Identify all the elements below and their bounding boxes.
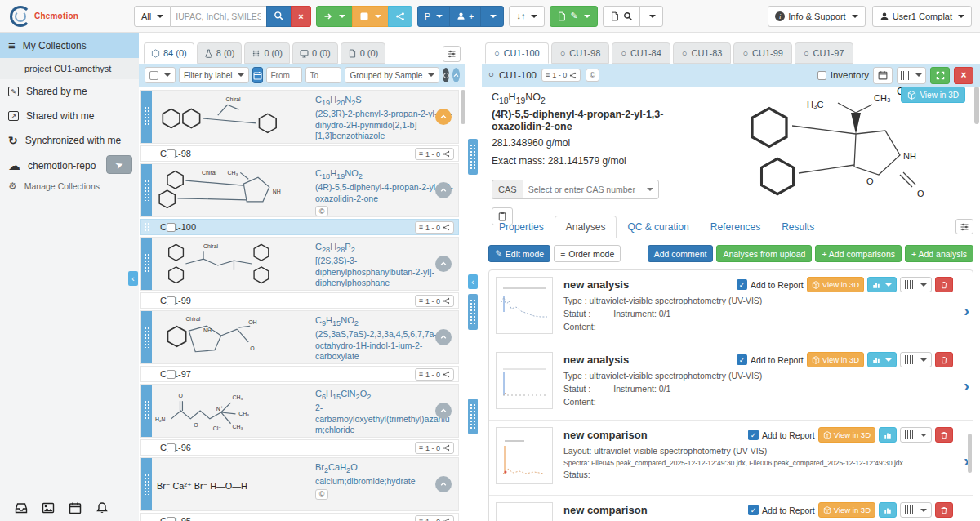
delete-analysis-button[interactable] <box>935 352 953 367</box>
view-in-3d-button[interactable]: View in 3D <box>901 87 965 103</box>
collapse-group-button[interactable] <box>435 329 452 345</box>
analyses-scrollbar[interactable] <box>968 434 972 473</box>
calendar-button[interactable] <box>69 501 82 514</box>
delete-analysis-button[interactable] <box>935 427 953 443</box>
sample-row[interactable]: CU1-96 ≡1 - 0 <box>140 439 459 456</box>
detail-tab[interactable]: ○CU1-97 <box>795 42 853 64</box>
add-comment-button[interactable]: Add comment <box>648 245 714 262</box>
clear-search-button[interactable]: × <box>291 6 310 27</box>
detail-tab[interactable]: ○CU1-100 <box>485 42 549 64</box>
share-button[interactable] <box>388 6 412 27</box>
collapse-group-button[interactable] <box>435 109 452 125</box>
collapse-group-button[interactable] <box>435 182 452 198</box>
tab-samples[interactable]: 84 (0) <box>144 42 194 64</box>
print-code-button[interactable] <box>900 277 932 292</box>
molecule-list-item[interactable]: H₂N O O N⁺ CH₃ CH₃ CH₃ Cl⁻ C6H15ClN2O2 2… <box>140 384 459 438</box>
collapse-group-button[interactable] <box>435 476 452 492</box>
tab-screens[interactable]: 0 (0) <box>292 42 338 64</box>
inbox-button[interactable] <box>15 501 28 514</box>
range-share-pill[interactable]: ≡1 - 0 <box>415 442 454 454</box>
collapse-group-button[interactable] <box>435 256 452 272</box>
row-checkbox[interactable] <box>167 443 176 452</box>
edit-mode-button[interactable]: ✎Edit mode <box>488 245 550 262</box>
molecule-list-item[interactable]: Chiral CH₃ NH C18H19NO2 (4R)-5,5-dipheny… <box>140 163 459 217</box>
remove-from-collection-button[interactable] <box>352 6 389 27</box>
close-detail-button[interactable]: × <box>954 67 973 84</box>
molecule-list-item[interactable]: Chiral C19H20N2S (2S,3R)-2-phenyl-3-prop… <box>140 90 459 144</box>
sample-row-selected[interactable]: CU1-100 ≡1 - 0 <box>140 219 459 235</box>
select-all-checkbox[interactable] <box>149 71 158 80</box>
drag-handle[interactable] <box>141 311 152 363</box>
sidebar-item-project[interactable]: project CU1-amethyst <box>0 58 139 79</box>
sidebar-item-synchronized[interactable]: ↻ Synchronized with me <box>0 128 139 153</box>
copyright-badge[interactable]: © <box>315 489 328 500</box>
calendar-button[interactable] <box>873 67 893 84</box>
sample-row[interactable]: CU1-99 ≡1 - 0 <box>140 292 459 309</box>
select-all-dropdown[interactable] <box>145 67 176 83</box>
detail-tab[interactable]: ○CU1-83 <box>673 42 732 64</box>
literature-search-dropdown[interactable] <box>639 6 663 27</box>
tab-qc-curation[interactable]: QC & curation <box>617 216 699 238</box>
fullscreen-button[interactable] <box>930 67 950 84</box>
notifications-button[interactable] <box>96 501 109 514</box>
drag-handle[interactable] <box>141 385 152 437</box>
search-scope-dropdown[interactable]: All <box>134 6 171 27</box>
sample-row[interactable]: CU1-98 ≡1 - 0 <box>140 145 459 162</box>
publish-dropdown-button[interactable]: P <box>417 6 450 27</box>
range-share-pill[interactable]: ≡1 - 0 <box>415 368 454 381</box>
add-to-report-checkbox[interactable]: ✓ <box>748 430 759 440</box>
import-export-button[interactable]: ↓↑ <box>509 6 545 27</box>
filter-by-label-select[interactable]: Filter by label <box>179 67 249 83</box>
tab-analyses[interactable]: Analyses <box>555 216 617 238</box>
sidebar-item-manage-collections[interactable]: ⚙ Manage Collections <box>0 178 139 198</box>
delete-analysis-button[interactable] <box>935 277 953 292</box>
expand-analysis-chevron[interactable]: › <box>964 376 969 395</box>
add-to-report-checkbox[interactable]: ✓ <box>748 505 759 515</box>
sidebar-collapse-button[interactable]: ‹ <box>128 271 138 286</box>
range-share-pill[interactable]: ≡1 - 0 <box>415 295 454 307</box>
range-share-pill[interactable]: ≡1 - 0 <box>415 515 454 521</box>
sidebar-item-shared-with-me[interactable]: ↗ Shared with me <box>0 104 139 128</box>
date-filter-button[interactable] <box>252 67 263 83</box>
sample-row[interactable]: CU1-97 ≡1 - 0 <box>140 366 459 382</box>
sidebar-item-my-collections[interactable]: ≡ My Collections <box>0 33 139 58</box>
more-actions-dropdown[interactable] <box>480 6 504 27</box>
tab-results[interactable]: Results <box>771 216 825 238</box>
add-comparisons-button[interactable]: + Add comparisons <box>815 245 902 262</box>
analyses-from-upload-button[interactable]: Analyses from upload <box>716 245 812 262</box>
delete-analysis-button[interactable] <box>935 502 953 518</box>
comparison-entry[interactable]: new comparison Layout: ultraviolet-visib… <box>489 421 973 496</box>
resize-handle[interactable] <box>468 139 478 175</box>
row-checkbox[interactable] <box>167 370 176 379</box>
detail-tab[interactable]: ○CU1-98 <box>551 42 610 64</box>
tab-properties[interactable]: Properties <box>488 216 555 238</box>
order-mode-button[interactable]: ≡Order mode <box>554 245 621 262</box>
sample-row[interactable]: CU1-95 ≡1 - 0 <box>140 513 459 521</box>
view-in-3d-button[interactable]: View in 3D <box>818 502 875 518</box>
search-button[interactable] <box>266 6 292 27</box>
list-collapse-button[interactable]: ‹ <box>468 274 478 289</box>
tab-references[interactable]: References <box>700 216 771 238</box>
spectra-viewer-button[interactable] <box>867 352 897 367</box>
search-input[interactable] <box>171 6 267 27</box>
view-in-3d-button[interactable]: View in 3D <box>818 427 875 443</box>
add-user-button[interactable]: + <box>449 6 481 27</box>
resize-handle[interactable] <box>468 399 478 434</box>
inventory-checkbox[interactable] <box>817 71 826 80</box>
range-share-pill[interactable]: ≡1 - 0 <box>415 221 454 234</box>
chemotion-logo[interactable]: Chemotion <box>8 5 129 28</box>
range-share-pill[interactable]: ≡1 - 0 <box>541 69 581 82</box>
drag-handle[interactable] <box>141 238 152 290</box>
spectra-viewer-button[interactable] <box>867 277 897 292</box>
spectra-viewer-button[interactable] <box>879 502 897 518</box>
sidebar-item-chemotion-repo[interactable]: ☁ chemotion-repo ➤ <box>0 153 139 178</box>
molecule-indicator-button[interactable] <box>443 68 449 82</box>
move-to-collection-button[interactable] <box>316 6 353 27</box>
molecule-list-item[interactable]: Chiral C28H28P2 [(2S,3S)-3-diphenylphosp… <box>140 237 459 291</box>
collapse-group-button[interactable] <box>435 403 452 419</box>
row-checkbox[interactable] <box>167 223 176 232</box>
expand-analysis-chevron[interactable]: › <box>964 301 969 320</box>
list-settings-button[interactable] <box>443 46 461 62</box>
copyright-badge[interactable]: © <box>315 206 328 216</box>
images-button[interactable] <box>42 501 55 514</box>
